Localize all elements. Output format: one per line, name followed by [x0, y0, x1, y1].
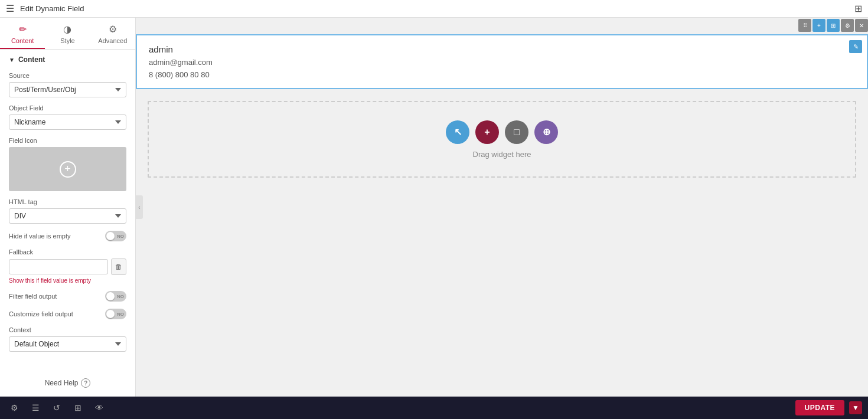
filter-field-output-toggle[interactable]: NO: [105, 291, 126, 302]
object-field-select[interactable]: Nickname Username Email: [9, 114, 126, 130]
html-tag-select[interactable]: DIV SPAN P: [9, 208, 126, 224]
drop-zone-buttons: ↖ + □ ⊕: [446, 120, 558, 144]
context-field-row: Context Default Object Post Term User: [9, 326, 126, 352]
widget-content: admin admin@gmail.com 8 (800) 800 80 80: [137, 35, 867, 88]
sidebar: ✏ Content ◑ Style ⚙ Advanced ▼ Content: [0, 18, 136, 397]
sidebar-wrapper: ✏ Content ◑ Style ⚙ Advanced ▼ Content: [0, 18, 136, 397]
bottom-menu-icon[interactable]: ☰: [27, 400, 44, 416]
widget-name: admin: [149, 44, 855, 54]
object-field-label: Object Field: [9, 104, 126, 112]
object-field-row: Object Field Nickname Username Email: [9, 104, 126, 130]
tab-content-label: Content: [11, 37, 34, 44]
html-tag-label: HTML tag: [9, 198, 126, 205]
widget-container: ⠿ + ⊞ ⚙ ✕ admin admin@gmail.com 8 (800) …: [136, 34, 868, 89]
sidebar-tabs: ✏ Content ◑ Style ⚙ Advanced: [0, 18, 135, 50]
widget-drag-handle[interactable]: ⠿: [798, 19, 811, 32]
filter-toggle-text: NO: [117, 294, 124, 299]
source-field-row: Source Post/Term/User/Obj Post Term User: [9, 72, 126, 97]
section-arrow-icon: ▼: [9, 57, 15, 63]
update-arrow-button[interactable]: ▼: [849, 401, 862, 414]
html-tag-field-row: HTML tag DIV SPAN P: [9, 198, 126, 224]
source-label: Source: [9, 72, 126, 79]
bottom-eye-icon[interactable]: 👁: [91, 400, 107, 416]
fallback-clear-button[interactable]: 🗑: [111, 258, 126, 275]
customize-field-output-toggle[interactable]: NO: [105, 309, 126, 319]
top-bar: ☰ Edit Dynamic Field ⊞: [0, 0, 868, 18]
fallback-label: Fallback: [9, 248, 126, 256]
filter-toggle-knob: [106, 292, 115, 300]
widget-phone: 8 (800) 800 80 80: [149, 70, 855, 79]
hide-if-empty-toggle[interactable]: NO: [105, 231, 126, 241]
tab-advanced-label: Advanced: [98, 37, 127, 44]
bottom-settings-icon[interactable]: ⚙: [6, 400, 22, 416]
widget-card: admin admin@gmail.com 8 (800) 800 80 80 …: [136, 34, 868, 89]
page-title: Edit Dynamic Field: [20, 4, 849, 13]
widget-settings-button[interactable]: ⚙: [841, 19, 854, 32]
customize-field-output-row: Customize field output NO: [9, 309, 126, 319]
tab-content[interactable]: ✏ Content: [0, 18, 45, 49]
menu-icon[interactable]: ☰: [6, 3, 14, 14]
field-icon-plus: +: [60, 161, 76, 178]
style-tab-icon: ◑: [63, 24, 71, 35]
widget-edit-icon[interactable]: ✎: [849, 40, 862, 53]
hide-if-empty-row: Hide if value is empty NO: [9, 231, 126, 241]
main-layout: ✏ Content ◑ Style ⚙ Advanced ▼ Content: [0, 18, 868, 397]
tab-advanced[interactable]: ⚙ Advanced: [90, 18, 135, 49]
context-select[interactable]: Default Object Post Term User: [9, 336, 126, 352]
sidebar-collapse-handle[interactable]: ‹: [136, 195, 143, 219]
filter-field-output-label: Filter field output: [9, 293, 57, 300]
fallback-input-row: 🗑: [9, 258, 126, 275]
toggle-knob: [106, 232, 115, 240]
drop-btn-plus[interactable]: +: [475, 120, 499, 144]
field-icon-box[interactable]: +: [9, 147, 126, 191]
source-select[interactable]: Post/Term/User/Obj Post Term User: [9, 82, 126, 97]
drop-zone: ↖ + □ ⊕ Drag widget here: [148, 101, 856, 178]
hide-if-empty-toggle-text: NO: [117, 234, 124, 239]
customize-toggle-text: NO: [117, 312, 124, 317]
drop-btn-upload[interactable]: ⊕: [534, 120, 558, 144]
widget-add-button[interactable]: +: [812, 19, 825, 32]
widget-toolbar: ⠿ + ⊞ ⚙ ✕: [798, 19, 868, 32]
tab-style[interactable]: ◑ Style: [45, 18, 90, 49]
hide-if-empty-label: Hide if value is empty: [9, 233, 71, 240]
update-button[interactable]: UPDATE: [795, 400, 844, 415]
tab-style-label: Style: [60, 37, 74, 44]
help-icon: ?: [81, 378, 90, 388]
customize-toggle-knob: [106, 310, 115, 318]
widget-close-button[interactable]: ✕: [855, 19, 868, 32]
canvas-area: ⠿ + ⊞ ⚙ ✕ admin admin@gmail.com 8 (800) …: [136, 18, 868, 397]
drop-zone-text: Drag widget here: [473, 150, 531, 159]
filter-field-output-row: Filter field output NO: [9, 291, 126, 302]
fallback-field-row: Fallback 🗑 Show this if field value is e…: [9, 248, 126, 284]
fallback-hint: Show this if field value is empty: [9, 277, 126, 284]
content-tab-icon: ✏: [19, 24, 27, 35]
context-label: Context: [9, 326, 126, 333]
bottom-grid-icon[interactable]: ⊞: [70, 400, 86, 416]
fallback-input[interactable]: [9, 259, 108, 274]
advanced-tab-icon: ⚙: [109, 24, 117, 35]
bottom-bar: ⚙ ☰ ↺ ⊞ 👁 UPDATE ▼: [0, 397, 868, 419]
grid-icon[interactable]: ⊞: [854, 3, 862, 14]
drop-btn-arrow[interactable]: ↖: [446, 120, 469, 144]
field-icon-row: Field Icon +: [9, 137, 126, 191]
bottom-undo-icon[interactable]: ↺: [48, 400, 65, 416]
section-title: Content: [18, 55, 45, 64]
need-help-row[interactable]: Need Help ?: [0, 369, 135, 397]
content-section-header[interactable]: ▼ Content: [9, 55, 126, 64]
customize-field-output-label: Customize field output: [9, 310, 73, 317]
drop-btn-square[interactable]: □: [505, 120, 528, 144]
sidebar-content: ▼ Content Source Post/Term/User/Obj Post…: [0, 50, 135, 369]
widget-grid-button[interactable]: ⊞: [827, 19, 840, 32]
field-icon-label: Field Icon: [9, 137, 126, 144]
widget-email: admin@gmail.com: [149, 58, 855, 67]
need-help-text: Need Help: [45, 379, 79, 387]
